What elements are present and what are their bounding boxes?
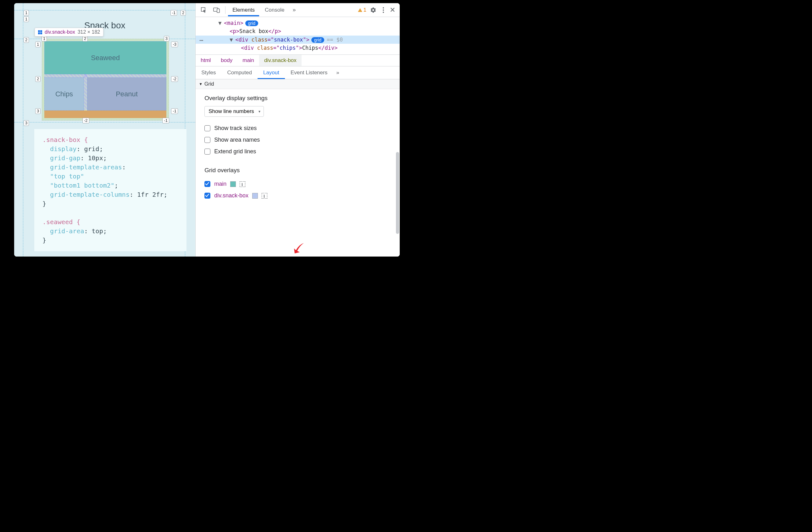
subtab-styles[interactable]: Styles: [195, 67, 221, 79]
cell-seaweed: Seaweed: [44, 41, 166, 74]
checkbox[interactable]: [204, 137, 211, 143]
page-viewport: 1 -1 2 1 2 3 Snack box div.snack-box 312…: [14, 3, 195, 256]
styles-subtabs: Styles Computed Layout Event Listeners »: [195, 67, 400, 79]
subtab-layout[interactable]: Layout: [258, 67, 285, 79]
tooltip-dimensions: 312 × 182: [78, 29, 100, 35]
section-grid-header[interactable]: ▼ Grid: [195, 79, 400, 89]
grid-overlays-title: Grid overlays: [204, 167, 391, 174]
more-subtabs-icon[interactable]: »: [333, 67, 342, 79]
close-icon[interactable]: ✕: [388, 6, 397, 14]
crumb-html[interactable]: html: [195, 55, 216, 66]
grid-badge[interactable]: grid: [245, 20, 258, 26]
option-show-track-sizes[interactable]: Show track sizes: [204, 123, 391, 134]
checkbox[interactable]: [204, 149, 211, 155]
option-show-area-names[interactable]: Show area names: [204, 134, 391, 146]
snack-box-container: 1 1 2 3 -3 2 -2 3 -2 -1 -1 Seaweed Chips…: [42, 39, 169, 121]
grid-line-label: -2: [171, 76, 178, 82]
snack-box-grid: Seaweed Chips Peanut: [44, 41, 166, 111]
annotation-arrow-icon: [293, 241, 305, 254]
grid-line-label: 1: [35, 42, 41, 47]
grid-line-label: -3: [171, 42, 178, 47]
checkbox[interactable]: [204, 193, 211, 199]
layout-panel: Overlay display settings Show line numbe…: [195, 89, 400, 256]
checkbox[interactable]: [204, 125, 211, 131]
warning-icon: [358, 8, 362, 12]
overlay-row-main: main: [204, 178, 391, 190]
checkbox[interactable]: [204, 181, 211, 187]
grid-line-label: 2: [24, 37, 29, 43]
grid-line-label: -2: [83, 118, 89, 123]
grid-line-label: 2: [83, 36, 88, 42]
color-swatch[interactable]: [230, 181, 236, 187]
disclosure-triangle-icon: ▼: [199, 82, 203, 86]
grid-line-label: -1: [162, 118, 169, 123]
scrollbar[interactable]: [396, 152, 399, 234]
grid-line-label: 2: [180, 10, 186, 16]
grid-line-label: 1: [24, 10, 29, 16]
color-swatch[interactable]: [252, 193, 258, 199]
reveal-element-icon[interactable]: [240, 181, 245, 187]
grid-line-label: 2: [35, 76, 41, 82]
warning-count[interactable]: 1: [358, 7, 366, 13]
grid-line-label: 1: [24, 16, 29, 22]
device-toggle-icon[interactable]: [211, 5, 223, 15]
reveal-element-icon[interactable]: [262, 193, 267, 199]
grid-line-label: -1: [171, 108, 178, 114]
breadcrumb: html body main div.snack-box: [195, 55, 400, 67]
cell-chips: Chips: [44, 78, 84, 111]
overlay-row-snackbox: div.snack-box: [204, 190, 391, 201]
subtab-event-listeners[interactable]: Event Listeners: [285, 67, 333, 79]
cell-peanut: Peanut: [87, 78, 166, 111]
tooltip-selector: div.snack-box: [45, 29, 75, 35]
kebab-menu-icon[interactable]: [380, 5, 387, 15]
crumb-body[interactable]: body: [216, 55, 237, 66]
devtools-panel: Elements Console » 1 ✕ ▼<main>grid <p>Sn…: [195, 3, 400, 256]
crumb-main[interactable]: main: [237, 55, 259, 66]
inspect-icon[interactable]: [198, 5, 209, 15]
grid-badge[interactable]: grid: [311, 37, 324, 43]
grid-line-label: 3: [24, 120, 29, 126]
crumb-current[interactable]: div.snack-box: [259, 55, 302, 66]
grid-icon: [38, 30, 42, 34]
element-tooltip: div.snack-box 312 × 182: [34, 28, 103, 37]
devtools-toolbar: Elements Console » 1 ✕: [195, 3, 400, 17]
tab-elements[interactable]: Elements: [228, 4, 259, 16]
dom-tree[interactable]: ▼<main>grid <p>Snack box</p> ▼<div class…: [195, 17, 400, 55]
more-tabs-icon[interactable]: »: [290, 6, 298, 13]
line-numbers-select[interactable]: Show line numbers: [204, 106, 264, 117]
code-snippet: .snack-box { display: grid; grid-gap: 10…: [34, 129, 187, 251]
overlay-settings-title: Overlay display settings: [204, 95, 391, 102]
dom-selected-row: ▼<div class="snack-box">grid== $0: [195, 36, 400, 44]
subtab-computed[interactable]: Computed: [222, 67, 258, 79]
option-extend-grid-lines[interactable]: Extend grid lines: [204, 146, 391, 157]
svg-rect-2: [217, 9, 219, 13]
grid-line-label: 3: [164, 36, 169, 42]
devtools-window: 1 -1 2 1 2 3 Snack box div.snack-box 312…: [14, 3, 400, 256]
settings-icon[interactable]: [368, 5, 379, 15]
grid-line-label: 1: [42, 36, 47, 42]
tab-console[interactable]: Console: [260, 4, 289, 16]
grid-line-label: 3: [35, 108, 41, 114]
grid-line-label: -1: [171, 10, 177, 16]
